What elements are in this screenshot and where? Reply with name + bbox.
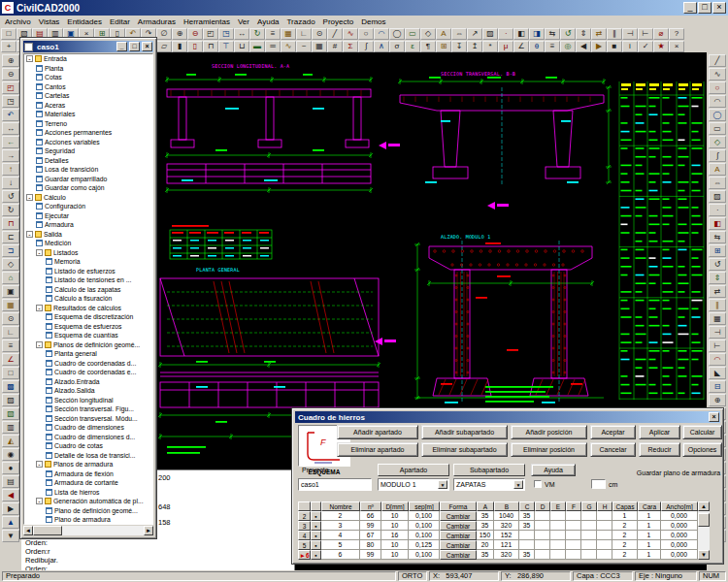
table-cell[interactable]: 0,000 bbox=[661, 550, 698, 560]
refine-icon[interactable]: # bbox=[327, 41, 343, 52]
menu-demos[interactable]: Demos bbox=[357, 17, 389, 26]
scroll-track[interactable] bbox=[698, 511, 710, 550]
print-view-icon[interactable]: ▤ bbox=[2, 475, 19, 488]
aplicar-button[interactable]: Aplicar bbox=[639, 425, 680, 439]
diagram-icon[interactable]: ∧ bbox=[374, 41, 389, 52]
settings-icon[interactable]: * bbox=[482, 41, 498, 52]
status-orto-toggle[interactable]: ORTO bbox=[398, 571, 427, 581]
tree-item[interactable]: Alzado.Entrada bbox=[24, 377, 152, 387]
tree-item[interactable]: Seguridad bbox=[24, 146, 152, 156]
move-icon[interactable]: ⇆ bbox=[545, 28, 560, 40]
pan-up-icon[interactable]: ↑ bbox=[2, 163, 19, 176]
regen-icon[interactable]: ↻ bbox=[249, 28, 265, 40]
table-cell[interactable] bbox=[581, 550, 597, 560]
layers-icon[interactable]: ≡ bbox=[265, 28, 281, 40]
move-icon[interactable]: ⇆ bbox=[709, 231, 726, 243]
tree-window-titlebar[interactable]: caso1 _ □ × bbox=[23, 41, 153, 52]
table-cell[interactable]: 0,000 bbox=[661, 531, 698, 540]
grid-icon[interactable]: ▦ bbox=[2, 299, 19, 311]
table-cell[interactable]: 1 bbox=[638, 550, 661, 560]
table-cell[interactable] bbox=[535, 521, 550, 531]
rotate-icon[interactable]: ↺ bbox=[709, 258, 726, 271]
block-icon[interactable]: ◧ bbox=[513, 28, 529, 40]
add-posicion-button[interactable]: Añadir posición bbox=[511, 425, 587, 439]
zoom-previous-icon[interactable]: ↶ bbox=[2, 109, 19, 121]
coords-icon[interactable]: ∠ bbox=[513, 41, 529, 52]
table-cell[interactable] bbox=[535, 511, 550, 521]
table-cell[interactable]: 35 bbox=[519, 550, 535, 560]
tree-item[interactable]: Guardar como cajón bbox=[24, 183, 152, 193]
view-top-icon[interactable]: ⊓ bbox=[2, 217, 19, 230]
find-icon[interactable]: ◎ bbox=[560, 41, 576, 52]
subapartado-select[interactable]: ZAPATAS▼ bbox=[453, 478, 525, 491]
arc-icon[interactable]: ◠ bbox=[709, 95, 726, 108]
redraw-icon[interactable]: ↺ bbox=[2, 190, 19, 203]
tree-item[interactable]: -Entrada bbox=[24, 54, 152, 64]
regen-icon[interactable]: ↻ bbox=[2, 204, 19, 216]
check-icon[interactable]: ✓ bbox=[638, 41, 653, 52]
table-cell[interactable]: 152 bbox=[494, 531, 519, 540]
table-cell[interactable] bbox=[550, 550, 566, 560]
tree-item[interactable]: Acciones variables bbox=[24, 138, 152, 147]
table-cell[interactable]: 99 bbox=[360, 550, 381, 560]
render-icon[interactable]: ● bbox=[2, 462, 19, 474]
table-cell[interactable]: 2 bbox=[612, 531, 638, 540]
layers-icon[interactable]: ≡ bbox=[2, 340, 19, 352]
table-cell[interactable]: 0,000 bbox=[661, 521, 698, 531]
table-cell[interactable] bbox=[550, 521, 566, 531]
tree-item[interactable]: Cantos bbox=[24, 82, 152, 92]
export-icon[interactable]: ↧ bbox=[451, 41, 467, 52]
hatch-icon[interactable]: ▨ bbox=[482, 28, 498, 40]
table-cell[interactable]: 99 bbox=[360, 521, 381, 531]
table-cell[interactable]: 1040 bbox=[494, 511, 519, 521]
tree-item[interactable]: Cartelas bbox=[24, 91, 152, 101]
zoom-in-icon[interactable]: ⊕ bbox=[2, 54, 19, 67]
fit-icon[interactable]: ▣ bbox=[2, 285, 19, 298]
maximize-button[interactable]: □ bbox=[698, 2, 711, 14]
extend-icon[interactable]: ⊢ bbox=[709, 340, 726, 352]
table-cell[interactable]: 320 bbox=[494, 521, 519, 531]
footing-icon[interactable]: ⊓ bbox=[203, 41, 218, 52]
pile-icon[interactable]: ⊤ bbox=[218, 41, 234, 52]
pan-down-icon[interactable]: ↓ bbox=[2, 177, 19, 189]
table-cell[interactable]: 66 bbox=[360, 511, 381, 521]
table-cell[interactable] bbox=[566, 511, 581, 521]
table-cell[interactable]: 10 bbox=[381, 540, 409, 550]
tree-item[interactable]: Listado de esfuerzos bbox=[24, 267, 152, 276]
opciones-button[interactable]: Opciones bbox=[682, 442, 722, 457]
ellipse-icon[interactable]: ◯ bbox=[709, 109, 726, 121]
text-icon[interactable]: A bbox=[709, 163, 726, 176]
tree-item[interactable]: Losa de transición bbox=[24, 165, 152, 175]
offset-icon[interactable]: ∥ bbox=[607, 28, 622, 40]
trim-icon[interactable]: ⊣ bbox=[622, 28, 638, 40]
axes-icon[interactable]: + bbox=[1, 41, 17, 52]
row-header[interactable]: 2 bbox=[298, 511, 311, 521]
table-cell[interactable] bbox=[566, 531, 581, 540]
table-cell[interactable]: 35 bbox=[477, 550, 494, 560]
polygon-icon[interactable]: ◇ bbox=[709, 136, 726, 148]
slab-icon[interactable]: ▱ bbox=[156, 41, 172, 52]
table-cell[interactable] bbox=[581, 540, 597, 550]
menu-vistas[interactable]: Vistas bbox=[35, 17, 64, 26]
table-cell[interactable]: 150 bbox=[477, 531, 494, 540]
tree-item[interactable]: Memoria bbox=[24, 257, 152, 267]
table-cell[interactable] bbox=[519, 531, 535, 540]
table-cell[interactable]: 2 bbox=[612, 550, 638, 560]
ortho-icon[interactable]: ∟ bbox=[2, 326, 19, 339]
table-cell[interactable]: 3 bbox=[321, 521, 360, 531]
tree-item[interactable]: Cotas bbox=[24, 73, 152, 82]
table-cell[interactable] bbox=[566, 540, 581, 550]
deck-icon[interactable]: ▬ bbox=[249, 41, 265, 52]
tree-hscrollbar[interactable]: ◄ ► bbox=[23, 526, 153, 535]
array-icon[interactable]: ▦ bbox=[709, 312, 726, 325]
ayuda-button[interactable]: Ayuda bbox=[531, 464, 576, 476]
menu-ver[interactable]: Ver bbox=[234, 17, 253, 26]
table-cell[interactable]: 5 bbox=[321, 540, 360, 550]
calcular-button[interactable]: Calcular bbox=[682, 425, 722, 439]
row-icon[interactable]: ▪ bbox=[311, 531, 321, 540]
tree-item[interactable]: Terreno bbox=[24, 119, 152, 129]
point-icon[interactable]: ∙ bbox=[498, 28, 513, 40]
table-cell[interactable] bbox=[581, 531, 597, 540]
table-cell[interactable] bbox=[566, 521, 581, 531]
table-cell[interactable] bbox=[597, 521, 612, 531]
